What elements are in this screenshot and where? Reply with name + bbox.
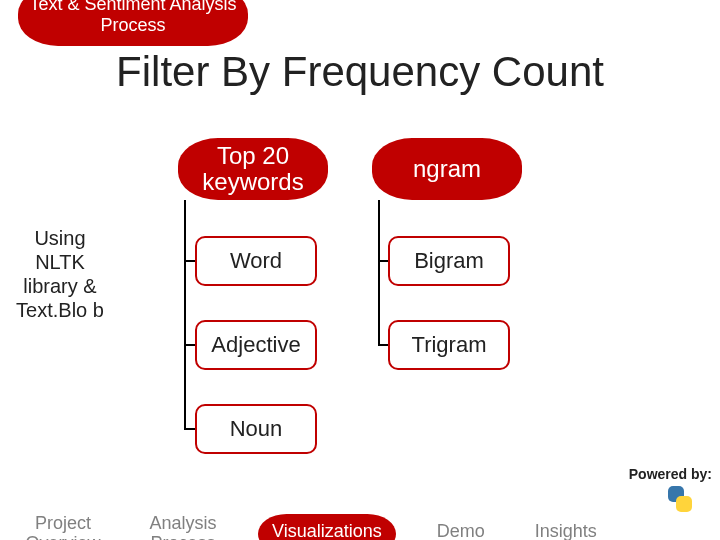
keyword-item-adjective: Adjective [195, 320, 317, 370]
nav-item-demo[interactable]: Demo [426, 514, 496, 540]
nav-item-insights[interactable]: Insights [526, 514, 606, 540]
sidebar-description: Using NLTK library & Text.Blo b [10, 226, 110, 322]
bottom-nav: Project Overview Analysis Process Visual… [0, 514, 720, 540]
connector-line [378, 200, 380, 346]
nav-item-analysis-process[interactable]: Analysis Process [138, 514, 228, 540]
connector-line [184, 200, 186, 430]
keyword-item-word: Word [195, 236, 317, 286]
nav-item-visualizations[interactable]: Visualizations [258, 514, 396, 540]
keyword-item-noun: Noun [195, 404, 317, 454]
ngram-item-trigram: Trigram [388, 320, 510, 370]
connector-line [378, 260, 388, 262]
branch-header-keywords: Top 20 keywords [178, 138, 328, 200]
page-title: Filter By Frequency Count [0, 48, 720, 96]
header-badge: Text & Sentiment Analysis Process [18, 0, 248, 46]
nav-item-project-overview[interactable]: Project Overview [18, 514, 108, 540]
ngram-item-bigram: Bigram [388, 236, 510, 286]
powered-by-label: Powered by: [629, 466, 712, 482]
connector-line [184, 344, 195, 346]
branch-header-ngram: ngram [372, 138, 522, 200]
connector-line [184, 428, 195, 430]
connector-line [184, 260, 195, 262]
python-logo-icon [666, 486, 692, 512]
connector-line [378, 344, 388, 346]
